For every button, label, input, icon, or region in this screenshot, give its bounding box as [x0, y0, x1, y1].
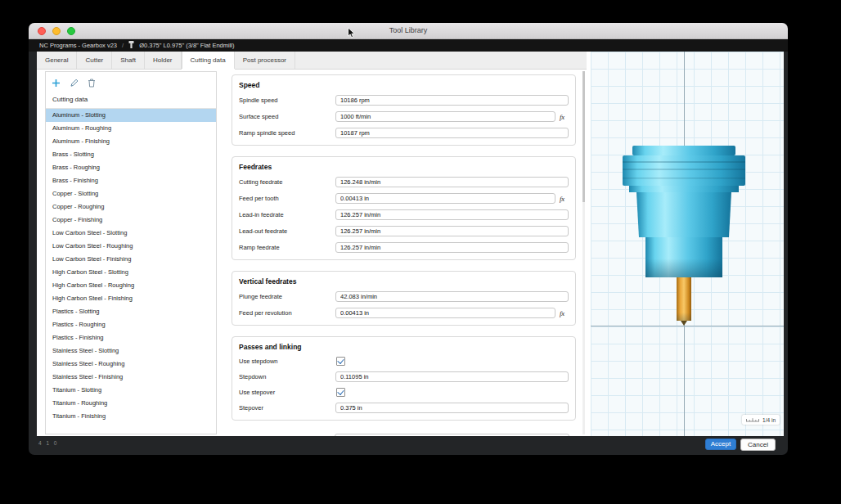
form-row: Use stepover [239, 388, 569, 397]
breadcrumb-separator: / [122, 42, 124, 49]
section-title: Speed [239, 81, 569, 89]
scale-indicator: 1/4 in [742, 415, 780, 425]
add-preset-icon[interactable] [52, 76, 61, 91]
preset-item[interactable]: Plastics - Slotting [46, 305, 216, 318]
ruler-icon [746, 416, 759, 423]
preset-item[interactable]: Titanium - Slotting [46, 384, 216, 397]
mouse-cursor-icon [347, 27, 356, 43]
use-stepover-checkbox[interactable] [336, 388, 345, 397]
feed-per-tooth-input[interactable] [335, 193, 555, 204]
preset-item[interactable]: Low Carbon Steel - Finishing [46, 253, 216, 266]
window-title: Tool Library [29, 23, 788, 38]
preset-item[interactable]: High Carbon Steel - Roughing [46, 279, 216, 292]
use-stepdown-checkbox[interactable] [336, 357, 345, 366]
feed-per-revolution-input[interactable] [335, 308, 555, 318]
section-title: Feedrates [239, 163, 569, 171]
preset-item[interactable]: Aluminum - Slotting [46, 109, 216, 122]
tool-preview-viewport[interactable]: 1/4 in [591, 52, 784, 436]
field-label: Use stepdown [239, 358, 335, 365]
plunge-feedrate-input[interactable] [335, 291, 569, 302]
field-label: Stepdown [239, 373, 335, 380]
preset-item[interactable]: Stainless Steel - Roughing [46, 358, 216, 371]
form-row: Stepover [239, 403, 569, 413]
fx-button[interactable]: fx [555, 113, 569, 121]
form-row: Feed per revolution fx [239, 308, 569, 318]
scale-label: 1/4 in [762, 417, 776, 423]
dialog-content: General Cutter Shaft Holder Cutting data… [37, 52, 784, 436]
presets-list: Aluminum - Slotting Aluminum - Roughing … [46, 109, 216, 423]
stepdown-input[interactable] [335, 371, 569, 382]
preset-item[interactable]: Copper - Roughing [46, 200, 216, 214]
breadcrumb-library-path[interactable]: NC Programs - Gearbox v23 [39, 42, 117, 49]
field-label: Feed per revolution [239, 309, 335, 317]
preset-item[interactable]: Brass - Finishing [46, 174, 216, 187]
tab-post-processor[interactable]: Post processor [235, 52, 295, 69]
preset-item[interactable]: Stainless Steel - Slotting [46, 344, 216, 358]
preset-item[interactable]: Aluminum - Finishing [46, 135, 216, 148]
preset-item[interactable]: Plastics - Roughing [46, 318, 216, 331]
preset-item[interactable]: Titanium - Finishing [46, 410, 216, 423]
field-label: Stepover [239, 404, 335, 412]
surface-speed-input[interactable] [335, 111, 555, 122]
preset-item[interactable]: Stainless Steel - Finishing [46, 371, 216, 384]
field-label: Cutting feedrate [239, 178, 335, 186]
form-row: Ramp feedrate [239, 242, 569, 253]
form-row: Feed per tooth fx [239, 193, 569, 204]
coolant-value: Flood [340, 436, 355, 437]
form-row: Plunge feedrate [239, 291, 569, 302]
preset-item[interactable]: Plastics - Finishing [46, 331, 216, 344]
edit-preset-icon[interactable] [70, 76, 79, 91]
stepover-input[interactable] [335, 403, 569, 413]
form-row: Stepdown [239, 371, 569, 382]
preset-item[interactable]: High Carbon Steel - Slotting [46, 266, 216, 279]
delete-preset-icon[interactable] [88, 76, 96, 91]
passes-linking-section: Passes and linking Use stepdown Stepdown… [232, 336, 576, 421]
preset-item[interactable]: Copper - Slotting [46, 187, 216, 200]
field-label: Use stepover [239, 389, 335, 396]
cutting-feedrate-input[interactable] [335, 177, 569, 187]
preset-item[interactable]: Titanium - Roughing [46, 397, 216, 410]
field-label: Coolant [238, 436, 335, 437]
ramp-spindle-speed-input[interactable] [335, 128, 569, 138]
form-row: Cutting feedrate [239, 177, 569, 187]
preset-item[interactable]: Low Carbon Steel - Slotting [46, 227, 216, 240]
tab-holder[interactable]: Holder [145, 52, 182, 69]
preset-item[interactable]: Low Carbon Steel - Roughing [46, 240, 216, 253]
form-row: Surface speed fx [239, 111, 569, 122]
preset-item[interactable]: Aluminum - Roughing [46, 122, 216, 135]
preset-item[interactable]: High Carbon Steel - Finishing [46, 292, 216, 305]
section-title: Vertical feedrates [239, 277, 569, 286]
preset-item[interactable]: Copper - Finishing [46, 214, 216, 227]
form-scrollbar[interactable] [582, 71, 585, 434]
section-title: Passes and linking [239, 343, 569, 351]
accept-button[interactable]: Accept [705, 439, 736, 450]
spindle-speed-input[interactable] [335, 95, 569, 106]
endmill-icon [128, 41, 134, 50]
form-row: Lead-in feedrate [239, 209, 569, 220]
field-label: Ramp feedrate [239, 244, 335, 251]
field-label: Lead-out feedrate [239, 227, 335, 235]
field-label: Plunge feedrate [239, 293, 335, 300]
tab-shaft[interactable]: Shaft [112, 52, 145, 69]
tab-general[interactable]: General [37, 52, 77, 69]
speed-section: Speed Spindle speed Surface speed fx Ram… [232, 74, 576, 146]
fx-button[interactable]: fx [555, 195, 569, 203]
field-label: Lead-in feedrate [239, 211, 335, 218]
field-label: Surface speed [239, 113, 335, 120]
titlebar[interactable]: Tool Library [29, 23, 788, 39]
form-row: Ramp spindle speed [239, 128, 569, 138]
field-label: Ramp spindle speed [239, 129, 335, 137]
lead-in-feedrate-input[interactable] [335, 209, 569, 220]
presets-toolbar [46, 72, 216, 92]
tab-cutting-data[interactable]: Cutting data [182, 52, 235, 69]
scrollbar-thumb[interactable] [582, 71, 585, 202]
cancel-button[interactable]: Cancel [740, 439, 776, 451]
preset-item[interactable]: Brass - Slotting [46, 148, 216, 161]
preset-item[interactable]: Brass - Roughing [46, 161, 216, 174]
fx-button[interactable]: fx [555, 309, 569, 317]
ramp-feedrate-input[interactable] [335, 242, 569, 253]
lead-out-feedrate-input[interactable] [335, 226, 569, 236]
cutting-data-form: Speed Spindle speed Surface speed fx Ram… [225, 71, 581, 434]
coolant-dropdown[interactable]: Flood ▾ [335, 434, 569, 436]
tab-cutter[interactable]: Cutter [77, 52, 112, 69]
